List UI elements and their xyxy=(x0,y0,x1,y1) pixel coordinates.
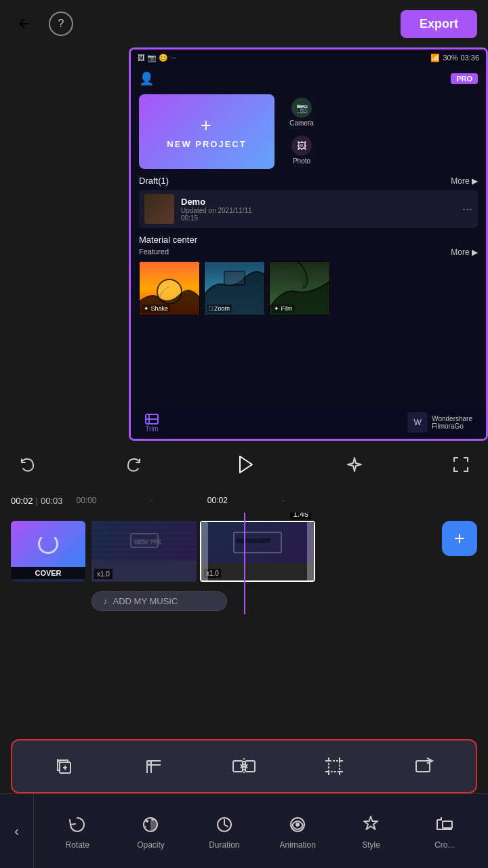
ruler-dot-1: · xyxy=(151,496,153,505)
nav-items: Rotate Opacity xyxy=(34,813,488,850)
ruler-dot-2: · xyxy=(282,496,284,505)
export-button[interactable]: Export xyxy=(401,10,477,38)
nav-back-button[interactable]: ‹ xyxy=(0,794,34,868)
help-button[interactable]: ? xyxy=(49,12,73,36)
status-icons: 🖼 📷 😊 ··· xyxy=(138,54,176,62)
draft-time: 00:15 xyxy=(181,214,455,222)
playback-controls xyxy=(0,441,488,488)
copy-icon xyxy=(52,754,76,778)
music-note-icon: ♪ xyxy=(103,596,108,606)
add-music-button[interactable]: ♪ ADD MY MUSIC xyxy=(92,591,227,611)
duration-icon xyxy=(213,813,236,836)
add-track-button[interactable]: + xyxy=(442,521,477,556)
help-icon: ? xyxy=(58,18,64,30)
phone-status-bar: 🖼 📷 😊 ··· 📶 30% 03:36 xyxy=(131,50,486,66)
animation-label: Animation xyxy=(279,840,315,850)
active-segment-overlay[interactable]: 1.4s NEW PROJECT x1.0 xyxy=(200,521,315,582)
material-center-title: Material center xyxy=(139,235,478,245)
new-project-card[interactable]: + NEW PROJECT xyxy=(139,94,274,169)
status-left: 🖼 📷 😊 ··· xyxy=(138,54,176,62)
svg-point-26 xyxy=(152,818,154,821)
featured-grid: ✦ Shake □ Zoom ✦ Film xyxy=(139,261,478,315)
draft-thumbnail xyxy=(144,194,174,224)
active-segment-duration: 1.4s xyxy=(290,513,311,519)
photo-button[interactable]: 🖼 Photo xyxy=(281,132,322,167)
nav-item-rotate[interactable]: Rotate xyxy=(54,813,101,850)
svg-rect-16 xyxy=(147,761,151,765)
opacity-icon xyxy=(139,813,162,836)
svg-point-30 xyxy=(296,823,300,827)
cover-thumbnail[interactable]: COVER xyxy=(11,521,85,582)
rotate-icon xyxy=(66,813,89,836)
svg-rect-31 xyxy=(443,821,452,828)
grab-handle-left[interactable] xyxy=(201,522,208,580)
wondershare-logo: W Wondershare FilmoraGo xyxy=(407,412,472,433)
nav-item-animation[interactable]: Animation xyxy=(274,813,321,850)
svg-point-27 xyxy=(145,826,146,827)
nav-item-duration[interactable]: Duration xyxy=(201,813,248,850)
style-label: Style xyxy=(362,840,380,850)
video-segment-1[interactable]: NEW PROJECT x1.0 xyxy=(92,521,197,582)
crop-tool[interactable] xyxy=(307,746,361,787)
trim-tool[interactable] xyxy=(127,746,181,787)
fullscreen-button[interactable] xyxy=(447,451,474,478)
featured-item-zoom[interactable]: □ Zoom xyxy=(204,261,265,315)
featured-item-shake[interactable]: ✦ Shake xyxy=(139,261,200,315)
time-divider: | xyxy=(36,496,38,506)
active-seg-speed: x1.0 xyxy=(204,569,221,578)
battery-level: 30% xyxy=(443,54,458,62)
active-segment-content: NEW PROJECT xyxy=(201,522,314,563)
camera-icon: 📷 xyxy=(291,98,312,118)
play-button[interactable] xyxy=(227,448,261,481)
draft-options-button[interactable]: ··· xyxy=(462,202,472,216)
svg-point-25 xyxy=(146,820,148,823)
trim-button[interactable]: Trim xyxy=(144,413,159,433)
rotate-label: Rotate xyxy=(65,840,89,850)
redo-button[interactable] xyxy=(121,451,148,478)
copy-tool[interactable] xyxy=(37,746,91,787)
crop-label: Cro... xyxy=(434,840,454,850)
wondershare-label: Wondershare FilmoraGo xyxy=(432,415,472,430)
camera-button[interactable]: 📷 Camera xyxy=(281,94,322,130)
back-button[interactable] xyxy=(11,10,38,37)
featured-more-link[interactable]: More ▶ xyxy=(451,248,478,257)
featured-header: Featured More ▶ xyxy=(139,248,478,257)
wondershare-icon: W xyxy=(407,412,428,433)
phone-app-header: 👤 PRO xyxy=(131,66,486,92)
nav-item-opacity[interactable]: Opacity xyxy=(127,813,174,850)
draft-name: Demo xyxy=(181,197,455,207)
replace-tool[interactable] xyxy=(397,746,451,787)
svg-rect-21 xyxy=(329,761,340,772)
svg-text:NEW PROJECT: NEW PROJECT xyxy=(236,538,271,543)
replace-icon xyxy=(412,754,436,778)
split-tool[interactable] xyxy=(217,746,271,787)
clock: 03:36 xyxy=(460,54,479,62)
magic-button[interactable] xyxy=(341,451,368,478)
draft-item[interactable]: Demo Updated on 2021/11/11 00:15 ··· xyxy=(139,190,478,228)
timeline-area: COVER NEW PROJECT x1.0 1.4s NEW PROJECT … xyxy=(0,513,488,614)
featured-label: Featured xyxy=(139,248,169,257)
nav-item-style[interactable]: Style xyxy=(347,813,394,850)
tool-strip xyxy=(11,739,477,793)
cover-label: COVER xyxy=(11,567,85,579)
phone-preview: 🖼 📷 😊 ··· 📶 30% 03:36 👤 PRO + NEW PROJEC… xyxy=(129,47,488,441)
seg1-speed: x1.0 xyxy=(94,569,113,579)
animation-icon xyxy=(286,813,309,836)
draft-more-link[interactable]: More ▶ xyxy=(451,176,478,186)
timeline-ruler: 00:00 · 00:02 · xyxy=(76,496,477,505)
draft-section: Draft(1) More ▶ Demo Updated on 2021/11/… xyxy=(131,172,486,231)
draft-date: Updated on 2021/11/11 xyxy=(181,207,455,214)
wifi-icon: 📶 xyxy=(430,54,440,62)
nav-item-crop[interactable]: Cro... xyxy=(421,813,468,850)
seg1-content: NEW PROJECT xyxy=(92,521,197,561)
undo-button[interactable] xyxy=(14,451,41,478)
grab-handle-right[interactable] xyxy=(307,522,314,580)
cover-rotate-icon xyxy=(38,534,58,554)
bottom-nav: ‹ Rotate Opaci xyxy=(0,793,488,868)
pro-badge: PRO xyxy=(451,73,478,84)
new-project-section: + NEW PROJECT 📷 Camera 🖼 Photo xyxy=(131,92,486,172)
featured-item-film[interactable]: ✦ Film xyxy=(269,261,330,315)
svg-text:NEW PROJECT: NEW PROJECT xyxy=(134,538,161,545)
plus-icon: + xyxy=(201,115,213,136)
new-project-label: NEW PROJECT xyxy=(167,139,246,149)
